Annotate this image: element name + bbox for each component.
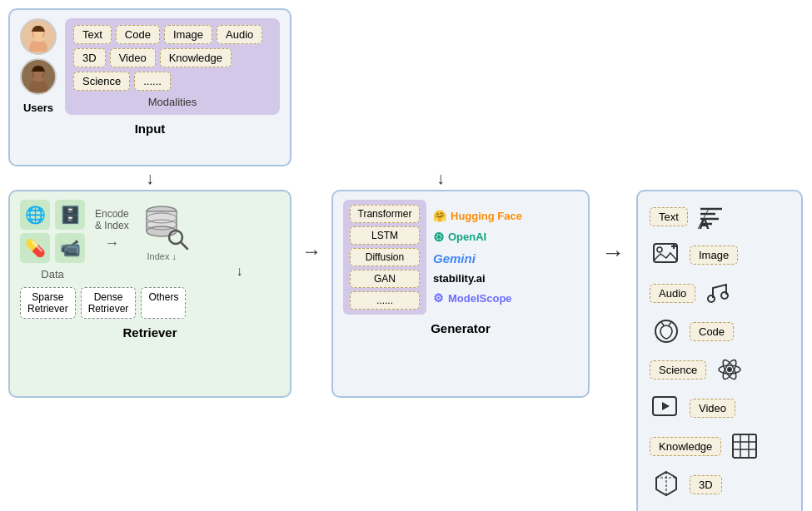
avatar-1 — [20, 18, 57, 55]
data-section: 🌐 🗄️ 💊 📹 Data — [20, 200, 85, 280]
svg-line-14 — [181, 242, 187, 249]
data-label: Data — [41, 268, 63, 280]
modality-code: Code — [116, 25, 160, 44]
result-row-knowledge: Knowledge — [650, 429, 790, 463]
magnifier-icon — [167, 228, 190, 251]
hf-icon: 🤗 — [433, 210, 446, 222]
modality-text: Text — [73, 25, 112, 44]
knowledge-icon-svg — [731, 433, 758, 459]
encode-label: Encode & Index — [95, 208, 129, 231]
video-icon-svg — [651, 395, 681, 420]
retriever-panel: 🌐 🗄️ 💊 📹 Data Encode & Index → — [8, 190, 291, 398]
arrow-generator-result: → — [596, 240, 630, 266]
result-3d-tag: 3D — [690, 475, 722, 494]
result-row-3d: 3D — [650, 468, 790, 501]
science-icon-svg — [715, 355, 744, 384]
knowledge-result-icon — [728, 429, 761, 463]
result-image-tag: Image — [690, 246, 738, 265]
db-container: Index ↓ — [139, 200, 185, 261]
arrow-input-to-retriever: ↓ — [146, 166, 154, 190]
svg-point-25 — [708, 295, 715, 302]
model-list: Transformer LSTM Diffusion GAN ...... — [343, 200, 426, 315]
main-container: Users Text Code Image Audio 3D Video Kno… — [8, 8, 804, 511]
modality-video: Video — [110, 48, 156, 67]
avatar-2 — [20, 58, 57, 95]
result-knowledge-tag: Knowledge — [650, 437, 721, 456]
result-science-tag: Science — [650, 360, 706, 380]
video-result-icon — [650, 391, 683, 424]
generator-title: Generator — [343, 321, 578, 335]
input-title: Input — [20, 122, 280, 136]
modality-audio: Audio — [217, 25, 262, 44]
result-row-image: Image — [650, 238, 790, 271]
result-row-audio: Audio — [650, 276, 790, 310]
image-result-icon — [650, 238, 683, 271]
modality-science: Science — [73, 72, 130, 91]
provider-stability: stability.ai — [433, 272, 522, 285]
database-icon: 🗄️ — [55, 200, 85, 230]
text-icon-svg: A — [697, 202, 725, 231]
encode-arrow-icon: → — [104, 235, 119, 252]
svg-point-28 — [727, 367, 732, 372]
model-more: ...... — [350, 291, 420, 310]
generator-inner: Transformer LSTM Diffusion GAN ...... 🤗 … — [343, 200, 578, 315]
modalities-box: Text Code Image Audio 3D Video Knowledge… — [65, 18, 280, 115]
modality-knowledge: Knowledge — [160, 48, 232, 67]
audio-result-icon — [702, 276, 735, 310]
data-icons-row-2: 💊 📹 — [20, 233, 85, 263]
video-icon-small: 📹 — [55, 233, 85, 263]
model-diffusion: Diffusion — [350, 248, 420, 266]
input-panel: Users Text Code Image Audio 3D Video Kno… — [8, 8, 291, 166]
encode-section: Encode & Index → — [92, 200, 132, 260]
code-icon-svg — [653, 318, 680, 345]
result-row-video: Video — [650, 391, 790, 424]
provider-openai: ⊛ OpenAI — [433, 229, 522, 245]
code-result-icon — [650, 315, 683, 348]
svg-rect-3 — [33, 37, 43, 42]
pill-icon: 💊 — [20, 233, 50, 263]
image-icon-svg — [652, 242, 680, 267]
model-transformer: Transformer — [350, 205, 420, 223]
sparse-retriever-tag: Sparse Retriever — [20, 287, 76, 319]
retriever-title: Retriever — [20, 325, 280, 340]
arrow-input-to-generator: ↓ — [436, 166, 445, 190]
modality-more: ...... — [134, 72, 171, 91]
result-text-tag: Text — [650, 207, 688, 226]
provider-huggingface: 🤗 Hugging Face — [433, 210, 522, 222]
svg-rect-34 — [733, 434, 756, 458]
others-tag: Others — [141, 287, 186, 319]
result-audio-tag: Audio — [650, 284, 695, 303]
data-icons-row-1: 🌐 🗄️ — [20, 200, 85, 230]
3d-result-icon — [650, 468, 683, 501]
text-result-icon: A — [695, 200, 728, 233]
svg-rect-7 — [33, 77, 43, 82]
users-section: Users — [20, 18, 57, 114]
modality-3d: 3D — [73, 48, 106, 67]
3d-icon-svg — [653, 470, 680, 499]
result-row-science: Science — [650, 353, 790, 386]
result-row-code: Code — [650, 315, 790, 348]
science-result-icon — [713, 353, 746, 386]
result-row-text: Text A — [650, 200, 790, 233]
model-gan: GAN — [350, 270, 420, 288]
provider-gemini: Gemini — [433, 251, 522, 265]
modality-image: Image — [164, 25, 212, 44]
users-label: Users — [23, 102, 53, 114]
generator-panel: Transformer LSTM Diffusion GAN ...... 🤗 … — [331, 190, 590, 398]
svg-point-22 — [657, 247, 662, 252]
audio-icon-svg — [706, 280, 731, 306]
svg-marker-39 — [656, 472, 676, 495]
globe-icon: 🌐 — [20, 200, 50, 230]
svg-point-26 — [721, 292, 728, 299]
db-with-search — [139, 200, 185, 248]
svg-marker-33 — [662, 402, 670, 410]
index-label: Index ↓ — [147, 251, 176, 261]
openai-icon: ⊛ — [433, 229, 444, 245]
model-providers: 🤗 Hugging Face ⊛ OpenAI Gemini stability… — [433, 200, 522, 315]
modalities-grid: Text Code Image Audio 3D Video Knowledge… — [73, 25, 271, 91]
result-video-tag: Video — [690, 399, 735, 418]
db-down-arrow: ↓ — [199, 264, 280, 279]
provider-modelscope: ⚙ ModelScope — [433, 291, 522, 305]
modalities-title: Modalities — [73, 96, 271, 108]
arrow-retriever-generator: → — [298, 240, 325, 263]
